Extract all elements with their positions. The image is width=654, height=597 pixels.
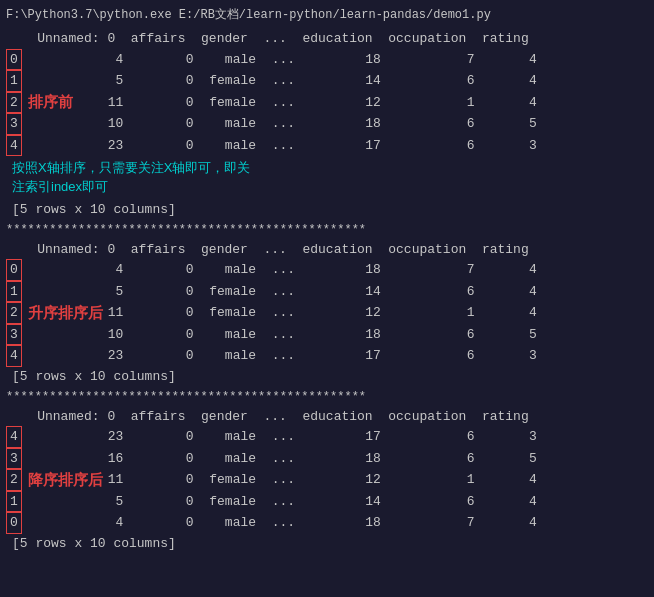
row-index: 1 bbox=[6, 281, 22, 303]
rows-info: [5 rows x 10 columns] bbox=[6, 200, 648, 220]
section-section3: Unnamed: 0 affairs gender ... education … bbox=[0, 405, 654, 556]
row-data: 5 0 female ... 14 6 4 bbox=[22, 492, 537, 512]
row-data: 4 0 male ... 18 7 4 bbox=[22, 513, 537, 533]
title-bar: F:\Python3.7\python.exe E:/RB文档/learn-py… bbox=[0, 4, 654, 27]
row-data: 23 0 male ... 17 6 3 bbox=[22, 346, 537, 366]
table-row: 0 4 0 male ... 18 7 4 bbox=[6, 259, 648, 281]
row-index: 4 bbox=[6, 426, 22, 448]
row-index: 1 bbox=[6, 70, 22, 92]
annotation-label: 升序排序后 bbox=[28, 303, 103, 322]
table-row: 0 4 0 male ... 18 7 4 bbox=[6, 49, 648, 71]
table-row: 0 4 0 male ... 18 7 4 bbox=[6, 512, 648, 534]
row-index: 2 bbox=[6, 302, 22, 324]
row-index: 4 bbox=[6, 135, 22, 157]
row-index: 0 bbox=[6, 512, 22, 534]
title-text: F:\Python3.7\python.exe E:/RB文档/learn-py… bbox=[6, 8, 491, 22]
table-header: Unnamed: 0 affairs gender ... education … bbox=[6, 240, 648, 260]
section-section1: Unnamed: 0 affairs gender ... education … bbox=[0, 27, 654, 222]
row-index: 0 bbox=[6, 49, 22, 71]
row-data: 5 0 female ... 14 6 4 bbox=[22, 71, 537, 91]
row-data: 4 0 male ... 18 7 4 bbox=[22, 50, 537, 70]
table-header: Unnamed: 0 affairs gender ... education … bbox=[6, 407, 648, 427]
annotation-label: 降序排序后 bbox=[28, 470, 103, 489]
annotation-label: 排序前 bbox=[28, 93, 73, 112]
row-index: 2 bbox=[6, 92, 22, 114]
row-index: 3 bbox=[6, 113, 22, 135]
row-index: 3 bbox=[6, 324, 22, 346]
table-row: 3 10 0 male ... 18 6 5 bbox=[6, 324, 648, 346]
row-data: 10 0 male ... 18 6 5 bbox=[22, 325, 537, 345]
table-row: 3 10 0 male ... 18 6 5 bbox=[6, 113, 648, 135]
row-data: 4 0 male ... 18 7 4 bbox=[22, 260, 537, 280]
rows-info: [5 rows x 10 columns] bbox=[6, 367, 648, 387]
table-row: 1 5 0 female ... 14 6 4 bbox=[6, 70, 648, 92]
row-data: 11 0 female ... 12 1 4 bbox=[22, 93, 537, 113]
table-row: 1 5 0 female ... 14 6 4 bbox=[6, 491, 648, 513]
row-index: 2 bbox=[6, 469, 22, 491]
row-data: 10 0 male ... 18 6 5 bbox=[22, 114, 537, 134]
row-data: 5 0 female ... 14 6 4 bbox=[22, 282, 537, 302]
row-data: 16 0 male ... 18 6 5 bbox=[22, 449, 537, 469]
table-row: 4 23 0 male ... 17 6 3 bbox=[6, 135, 648, 157]
table-row: 3 16 0 male ... 18 6 5 bbox=[6, 448, 648, 470]
table-row: 2 11 0 female ... 12 1 4 bbox=[6, 92, 648, 114]
table-header: Unnamed: 0 affairs gender ... education … bbox=[6, 29, 648, 49]
table-body: 4 23 0 male ... 17 6 33 16 0 male ... 18… bbox=[6, 426, 648, 534]
divider-stars: ****************************************… bbox=[0, 389, 654, 405]
divider-stars: ****************************************… bbox=[0, 222, 654, 238]
row-index: 4 bbox=[6, 345, 22, 367]
row-data: 23 0 male ... 17 6 3 bbox=[22, 427, 537, 447]
rows-info: [5 rows x 10 columns] bbox=[6, 534, 648, 554]
table-row: 4 23 0 male ... 17 6 3 bbox=[6, 426, 648, 448]
table-row: 1 5 0 female ... 14 6 4 bbox=[6, 281, 648, 303]
table-row: 4 23 0 male ... 17 6 3 bbox=[6, 345, 648, 367]
row-data: 23 0 male ... 17 6 3 bbox=[22, 136, 537, 156]
row-index: 3 bbox=[6, 448, 22, 470]
row-index: 1 bbox=[6, 491, 22, 513]
table-body: 0 4 0 male ... 18 7 41 5 0 female ... 14… bbox=[6, 259, 648, 367]
cyan-annotation-2: 注索引index即可 bbox=[6, 177, 648, 200]
section-section2: Unnamed: 0 affairs gender ... education … bbox=[0, 238, 654, 389]
table-body: 0 4 0 male ... 18 7 41 5 0 female ... 14… bbox=[6, 49, 648, 157]
row-index: 0 bbox=[6, 259, 22, 281]
